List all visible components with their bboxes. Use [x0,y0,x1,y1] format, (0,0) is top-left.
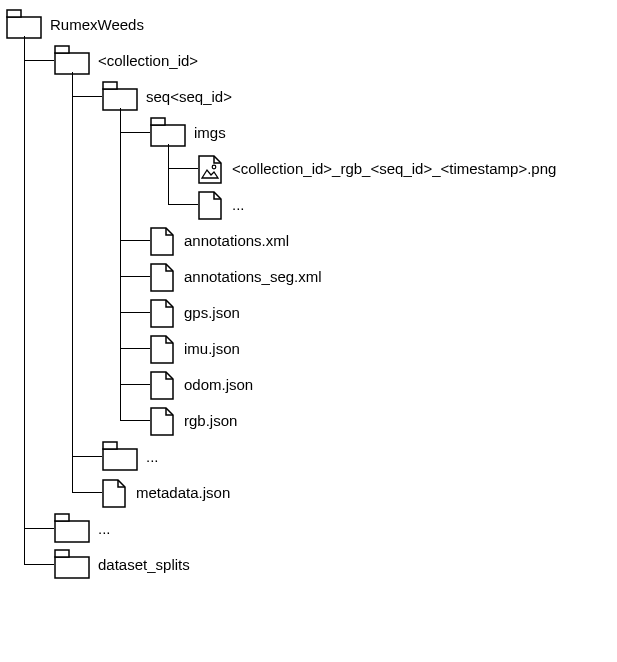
image-more-node: ... [198,186,611,222]
seq-label: seq<seq_id> [146,88,232,105]
gps-json-node: gps.json [150,294,611,330]
root-node: RumexWeeds [6,6,611,42]
file-icon [150,407,176,433]
annotations-xml-node: annotations.xml [150,222,611,258]
root-children: <collection_id> seq<seq_id> [24,42,611,582]
rgb-json-node: rgb.json [150,402,611,438]
folder-icon [54,513,90,543]
dataset-splits-label: dataset_splits [98,556,190,573]
image-more-label: ... [232,196,245,213]
folder-icon [6,9,42,39]
file-icon [150,227,176,253]
folder-icon [54,45,90,75]
root-more-label: ... [98,520,111,537]
image-file-label: <collection_id>_rgb_<seq_id>_<timestamp>… [232,160,556,177]
gps-json-label: gps.json [184,304,240,321]
imu-json-label: imu.json [184,340,240,357]
metadata-json-node: metadata.json [102,474,611,510]
collection-children: seq<seq_id> imgs [72,78,611,510]
seq-node: seq<seq_id> [102,78,611,114]
imgs-node: imgs [150,114,611,150]
seq-more-label: ... [146,448,159,465]
annotations-seg-xml-label: annotations_seg.xml [184,268,322,285]
metadata-json-label: metadata.json [136,484,230,501]
file-icon [150,335,176,361]
file-icon [198,191,224,217]
folder-icon [150,117,186,147]
file-icon [150,371,176,397]
imgs-children: <collection_id>_rgb_<seq_id>_<timestamp>… [168,150,611,222]
folder-icon [102,441,138,471]
file-icon [102,479,128,505]
annotations-seg-xml-node: annotations_seg.xml [150,258,611,294]
collection-label: <collection_id> [98,52,198,69]
collection-node: <collection_id> [54,42,611,78]
file-icon [150,263,176,289]
odom-json-node: odom.json [150,366,611,402]
folder-icon [102,81,138,111]
imu-json-node: imu.json [150,330,611,366]
image-file-node: <collection_id>_rgb_<seq_id>_<timestamp>… [198,150,611,186]
seq-more-node: ... [102,438,611,474]
annotations-xml-label: annotations.xml [184,232,289,249]
root-more-node: ... [54,510,611,546]
seq-children: imgs <collection_id>_rgb_<seq_id>_<times… [120,114,611,438]
directory-tree: RumexWeeds <collection_id> seq<seq_id> [6,6,611,582]
dataset-splits-node: dataset_splits [54,546,611,582]
root-label: RumexWeeds [50,16,144,33]
folder-icon [54,549,90,579]
image-file-icon [198,155,224,181]
rgb-json-label: rgb.json [184,412,237,429]
file-icon [150,299,176,325]
imgs-label: imgs [194,124,226,141]
odom-json-label: odom.json [184,376,253,393]
